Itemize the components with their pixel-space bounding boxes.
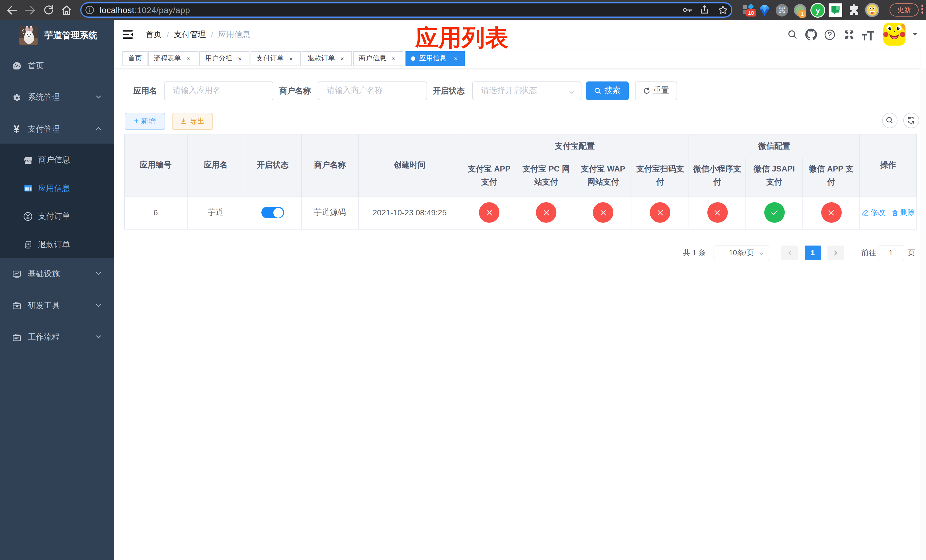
svg-text:y: y: [816, 6, 820, 15]
svg-text:⌘: ⌘: [778, 5, 786, 15]
